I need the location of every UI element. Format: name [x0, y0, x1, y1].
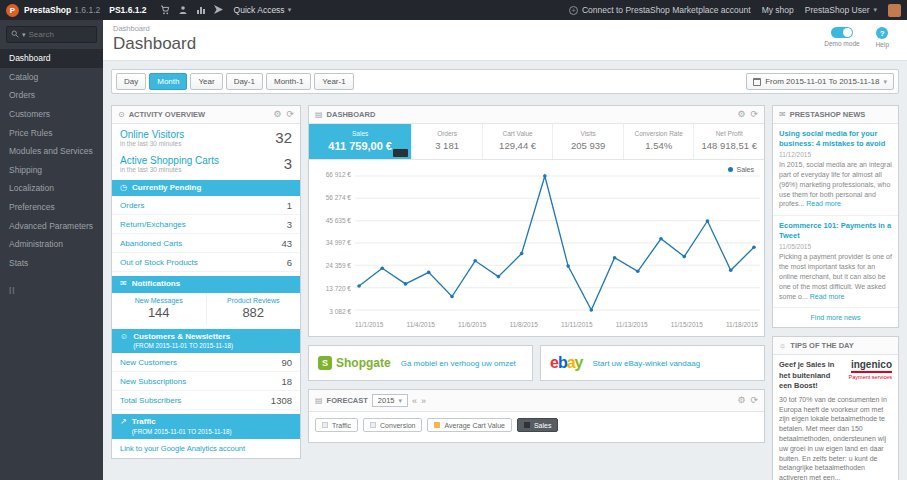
online-visitors-link[interactable]: Online Visitors — [120, 129, 292, 140]
sidebar-item-shipping[interactable]: Shipping — [0, 161, 103, 180]
cart-icon[interactable] — [160, 5, 170, 15]
google-analytics-link[interactable]: Link to your Google Analytics account — [112, 439, 300, 458]
sidebar-item-modules[interactable]: Modules and Services — [0, 142, 103, 161]
brand-name: PrestaShop — [24, 5, 71, 15]
gear-icon[interactable]: ⚙ — [737, 396, 745, 405]
news-article-title[interactable]: Using social media for your business: 4 … — [779, 129, 892, 149]
forecast-toggle-traffic[interactable]: Traffic — [315, 418, 358, 432]
abandoned-carts-link[interactable]: Abandoned Carts — [120, 239, 182, 248]
help-button[interactable]: ? Help — [876, 27, 889, 48]
news-article-date: 11/12/2015 — [779, 151, 892, 158]
customers-icon[interactable] — [178, 5, 188, 15]
out-of-stock-link[interactable]: Out of Stock Products — [120, 258, 198, 267]
next-year-icon[interactable]: » — [421, 396, 426, 406]
sidebar-item-advanced-parameters[interactable]: Advanced Parameters — [0, 217, 103, 236]
tips-of-the-day-panel: ☼ TIPS OF THE DAY Geef je Sales in het b… — [772, 336, 899, 480]
refresh-icon[interactable]: ⟳ — [750, 396, 758, 405]
gear-icon[interactable]: ⚙ — [737, 110, 745, 119]
kpi-visits[interactable]: Visits 205 939 — [553, 124, 624, 159]
x-tick: 11/8/2015 — [510, 321, 538, 328]
find-more-news-link[interactable]: Find more news — [773, 308, 898, 327]
sidebar-item-administration[interactable]: Administration — [0, 235, 103, 254]
sidebar-item-preferences[interactable]: Preferences — [0, 198, 103, 217]
demo-mode-toggle[interactable]: Demo mode — [824, 27, 859, 47]
my-shop-link[interactable]: My shop — [762, 5, 794, 15]
sidebar-item-dashboard[interactable]: Dashboard — [0, 49, 103, 68]
average-cart-value-swatch — [434, 422, 440, 428]
shopgate-link[interactable]: Ga mobiel en verhoog uw omzet — [401, 359, 516, 368]
active-carts-metric: 3 Active Shopping Carts in the last 30 m… — [112, 150, 300, 176]
orders-link[interactable]: Orders — [120, 201, 144, 210]
user-menu[interactable]: PrestaShop User ▾ — [805, 5, 877, 15]
collapse-menu-icon[interactable]: || — [0, 273, 103, 306]
returns-link[interactable]: Return/Exchanges — [120, 220, 186, 229]
sidebar-item-catalog[interactable]: Catalog — [0, 68, 103, 87]
read-more-link[interactable]: Read more — [810, 293, 845, 300]
prestashop-logo-icon[interactable]: P — [6, 4, 19, 17]
sales-swatch — [524, 422, 530, 428]
kpi-sales[interactable]: Sales 411 759,00 € — [309, 124, 412, 159]
toggle-on-icon[interactable] — [831, 27, 853, 38]
y-tick: 3 082 € — [313, 308, 351, 315]
forecast-toggle-conversion[interactable]: Conversion — [363, 418, 422, 432]
sidebar-search[interactable]: ▾ — [6, 26, 97, 43]
forecast-toggle-sales[interactable]: Sales — [517, 418, 559, 432]
news-article-title[interactable]: Ecommerce 101: Payments in a Tweet — [779, 221, 892, 241]
dashboard-panel-title: DASHBOARD — [327, 110, 376, 119]
plus-icon: + — [569, 6, 578, 15]
product-reviews-cell[interactable]: Product Reviews 882 — [206, 293, 301, 325]
refresh-icon[interactable]: ⟳ — [750, 110, 758, 119]
quick-access-menu[interactable]: Quick Access ▾ — [234, 5, 292, 15]
total-subscribers-link[interactable]: Total Subscribers — [120, 396, 181, 405]
sidebar-item-price-rules[interactable]: Price Rules — [0, 124, 103, 143]
kpi-conversion-rate[interactable]: Conversion Rate 1.54% — [624, 124, 695, 159]
forecast-toggle-average-cart-value[interactable]: Average Cart Value — [427, 418, 511, 432]
prev-year-icon[interactable]: « — [412, 396, 417, 406]
kpi-cart-value[interactable]: Cart Value 129,44 € — [483, 124, 554, 159]
tip-heading: Geef je Sales in het buitenland een Boos… — [779, 360, 844, 390]
sidebar-item-stats[interactable]: Stats — [0, 254, 103, 273]
sidebar-item-orders[interactable]: Orders — [0, 86, 103, 105]
filter-month-button[interactable]: Month — [149, 73, 187, 90]
filter-year-button[interactable]: Year — [190, 73, 222, 90]
search-input[interactable] — [29, 30, 92, 39]
filter-month-1-button[interactable]: Month-1 — [266, 73, 311, 90]
new-customers-link[interactable]: New Customers — [120, 358, 177, 367]
filter-day-1-button[interactable]: Day-1 — [226, 73, 263, 90]
shopgate-logo: S Shopgate — [318, 356, 391, 370]
forecast-legend: Traffic Conversion Average Cart Value Sa… — [309, 412, 764, 442]
rocket-icon[interactable] — [214, 5, 224, 15]
read-more-link[interactable]: Read more — [806, 200, 841, 207]
ingenico-logo[interactable]: ingenico Payment services — [849, 360, 892, 390]
stats-icon[interactable] — [196, 5, 206, 15]
new-messages-cell[interactable]: New Messages 144 — [112, 293, 206, 325]
kpi-orders[interactable]: Orders 3 181 — [412, 124, 483, 159]
marketplace-link[interactable]: + Connect to PrestaShop Marketplace acco… — [569, 5, 751, 15]
date-range-picker[interactable]: From 2015-11-01 To 2015-11-18 ▾ — [746, 73, 894, 90]
sidebar-item-customers[interactable]: Customers — [0, 105, 103, 124]
tips-icon: ☼ — [779, 341, 786, 350]
gear-icon[interactable]: ⚙ — [273, 110, 281, 119]
chart-legend-sales[interactable]: Sales — [728, 166, 754, 173]
forecast-year-select[interactable]: 2015 ▾ — [372, 394, 408, 407]
mail-icon: ✉ — [120, 279, 127, 289]
filter-day-button[interactable]: Day — [116, 73, 146, 90]
sales-badge — [393, 149, 408, 157]
content: Day Month Year Day-1 Month-1 Year-1 From… — [103, 61, 907, 480]
refresh-icon[interactable]: ⟳ — [286, 110, 294, 119]
sidebar-item-localization[interactable]: Localization — [0, 179, 103, 198]
active-carts-value: 3 — [284, 155, 292, 172]
user-avatar[interactable] — [888, 4, 901, 17]
filter-year-1-button[interactable]: Year-1 — [314, 73, 353, 90]
activity-overview-panel: ⊙ ACTIVITY OVERVIEW ⚙ ⟳ 32 Online Visito… — [111, 105, 301, 459]
pending-row: Out of Stock Products6 — [112, 253, 300, 272]
active-carts-link[interactable]: Active Shopping Carts — [120, 155, 292, 166]
new-subscriptions-link[interactable]: New Subscriptions — [120, 377, 186, 386]
sales-line-chart — [355, 168, 760, 318]
ebay-link[interactable]: Start uw eBay-winkel vandaag — [593, 359, 701, 368]
x-tick: 11/4/2015 — [407, 321, 435, 328]
x-tick: 11/18/2015 — [726, 321, 758, 328]
kpi-net-profit[interactable]: Net Profit 148 918,51 € — [694, 124, 764, 159]
sidebar: ▾ Dashboard Catalog Orders Customers Pri… — [0, 20, 103, 480]
customers-section-header: ☺ Customers & Newsletters (FROM 2015-11-… — [112, 329, 300, 354]
